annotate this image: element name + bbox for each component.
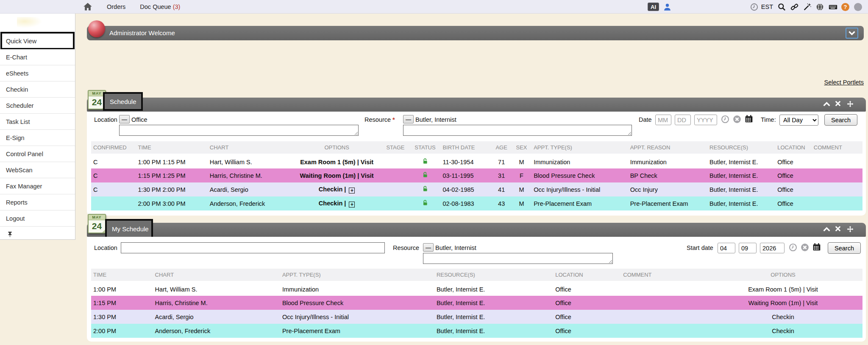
sidebar-item-quick-view[interactable]: Quick View — [0, 33, 75, 49]
link-icon[interactable] — [790, 3, 798, 11]
location-input[interactable] — [121, 242, 385, 253]
table-row[interactable]: 1:15 PMHarris, Christine M.Blood Pressur… — [91, 296, 862, 310]
my-schedule-table: TIMECHARTAPPT. TYPE(S)RESOURCE(S)LOCATIO… — [91, 269, 862, 338]
schedule-portlet-controls — [823, 101, 854, 108]
cell-sex: M — [512, 154, 531, 168]
table-row[interactable]: C1:15 PM 1:25 PMHarris, Christine M.Wait… — [91, 168, 862, 182]
cell-resources: Butler, Internist E. — [707, 154, 775, 168]
welcome-title: Administrator Welcome — [109, 29, 175, 36]
sidebar-item-task-list[interactable]: Task List — [0, 114, 75, 130]
sidebar-item-checkin[interactable]: Checkin — [0, 81, 75, 98]
home-icon[interactable] — [83, 2, 92, 11]
close-portlet-icon[interactable] — [835, 101, 842, 108]
collapse-portlet-icon[interactable] — [823, 226, 830, 233]
resource-search-textarea[interactable] — [403, 125, 632, 136]
my-schedule-search-button[interactable]: Search — [828, 242, 861, 254]
cell-options[interactable]: Checkin | + — [292, 196, 381, 210]
pin-sidebar-button[interactable] — [0, 227, 75, 242]
sidebar-logo — [0, 14, 75, 33]
time-select[interactable]: All Day — [779, 115, 818, 126]
expand-plus-icon[interactable]: + — [349, 202, 355, 208]
options-link[interactable]: Checkin — [319, 200, 342, 207]
schedule-portlet-header — [87, 98, 866, 112]
cell-appt_types: Immunization — [531, 154, 628, 168]
required-asterisk: * — [392, 116, 395, 123]
move-portlet-icon[interactable] — [847, 226, 854, 233]
keyboard-icon[interactable] — [829, 3, 837, 11]
start-date-mm-input[interactable] — [718, 243, 735, 253]
cell-options[interactable]: Checkin — [704, 324, 862, 338]
options-link[interactable]: Exam Room 1 (5m) | Visit — [300, 159, 373, 165]
table-row[interactable]: 1:30 PMAcardi, SergioOcc Injury/Illness … — [91, 310, 862, 324]
calendar-picker-icon[interactable] — [745, 115, 753, 123]
wand-icon[interactable] — [803, 3, 811, 11]
table-row[interactable]: 1:00 PMHart, William S.ImmunizationButle… — [91, 282, 862, 296]
sidebar-item-scheduler[interactable]: Scheduler — [0, 98, 75, 114]
clear-date-icon[interactable] — [733, 115, 741, 123]
resource-search-textarea[interactable] — [423, 253, 613, 264]
cell-options[interactable]: Checkin — [704, 310, 862, 324]
sidebar-item-fax-manager[interactable]: Fax Manager — [0, 178, 75, 194]
help-icon[interactable]: ? — [841, 3, 849, 11]
welcome-collapse-button[interactable] — [846, 28, 858, 39]
cell-time: 1:15 PM — [91, 296, 153, 310]
sidebar-item-e-sign[interactable]: E-Sign — [0, 130, 75, 146]
sidebar-item-e-chart[interactable]: E-Chart — [0, 49, 75, 65]
sidebar-item-esheets[interactable]: eSheets — [0, 65, 75, 81]
collapse-portlet-icon[interactable] — [823, 101, 830, 108]
cell-options[interactable]: Waiting Room (1m) | Visit — [292, 168, 381, 182]
table-row[interactable]: C1:30 PM 2:00 PMAcardi, SergioCheckin | … — [91, 182, 862, 196]
cell-options[interactable]: Checkin | + — [292, 182, 381, 196]
time-label: Time: — [761, 116, 776, 123]
pushpin-icon — [7, 231, 13, 238]
calendar-picker-icon[interactable] — [812, 243, 821, 251]
cell-options[interactable]: Waiting Room (1m) | Visit — [704, 296, 862, 310]
date-mm-input[interactable] — [655, 115, 671, 125]
cell-chart: Harris, Christine M. — [208, 168, 292, 182]
sidebar-item-logout[interactable]: Logout — [0, 210, 75, 227]
cell-status — [410, 154, 441, 168]
cell-options[interactable]: Exam Room 1 (5m) | Visit — [292, 154, 381, 168]
time-clock-icon[interactable] — [721, 115, 729, 123]
options-link[interactable]: Checkin — [319, 186, 342, 193]
top-nav-item[interactable]: Orders — [107, 3, 125, 10]
cell-location: Office — [775, 154, 812, 168]
cell-appt_types: Immunization — [280, 282, 434, 296]
cell-status — [410, 196, 441, 210]
cell-options[interactable]: Exam Room 1 (5m) | Visit — [704, 282, 862, 296]
resource-minus-button[interactable]: — — [423, 243, 434, 252]
search-icon[interactable] — [778, 3, 786, 11]
table-row[interactable]: C1:00 PM 1:15 PMHart, William S.Exam Roo… — [91, 154, 862, 168]
date-dd-input[interactable] — [675, 115, 691, 125]
date-yyyy-input[interactable] — [694, 115, 717, 125]
my-schedule-portlet: MAY 24 My Schedule Location Resource — B… — [87, 214, 866, 342]
table-row[interactable]: 2:00 PMAnderson, FrederickPre-Placement … — [91, 324, 862, 338]
start-date-dd-input[interactable] — [739, 243, 757, 253]
resource-label: Resource * — [364, 116, 395, 123]
clock-icon[interactable] — [750, 3, 758, 11]
options-link[interactable]: Waiting Room (1m) | Visit — [300, 172, 374, 179]
table-row[interactable]: 2:00 PM 3:00 PMAnderson, FrederickChecki… — [91, 196, 862, 210]
user-icon[interactable] — [663, 3, 671, 11]
top-nav-item[interactable]: Doc Queue (3) — [140, 3, 180, 10]
sidebar-item-control-panel[interactable]: Control Panel — [0, 146, 75, 162]
column-header-resource-s-: RESOURCE(S) — [434, 269, 553, 282]
resource-minus-button[interactable]: — — [403, 115, 414, 123]
clear-date-icon[interactable] — [801, 243, 809, 252]
time-clock-icon[interactable] — [789, 243, 797, 252]
location-search-textarea[interactable] — [119, 125, 359, 136]
sidebar-item-reports[interactable]: Reports — [0, 194, 75, 210]
cell-comment — [812, 196, 862, 210]
select-portlets-link[interactable]: Select Portlets — [824, 79, 864, 86]
globe-icon[interactable] — [816, 3, 824, 11]
schedule-search-button[interactable]: Search — [824, 114, 857, 126]
close-portlet-icon[interactable] — [835, 226, 842, 233]
expand-plus-icon[interactable]: + — [349, 188, 355, 194]
cell-chart: Hart, William S. — [208, 154, 292, 168]
move-portlet-icon[interactable] — [847, 101, 854, 108]
location-minus-button[interactable]: — — [119, 115, 130, 123]
top-nav: OrdersDoc Queue (3) — [92, 3, 180, 11]
sidebar-item-webscan[interactable]: WebScan — [0, 162, 75, 178]
ai-badge[interactable]: AI — [648, 3, 659, 11]
start-date-yyyy-input[interactable] — [760, 243, 785, 253]
